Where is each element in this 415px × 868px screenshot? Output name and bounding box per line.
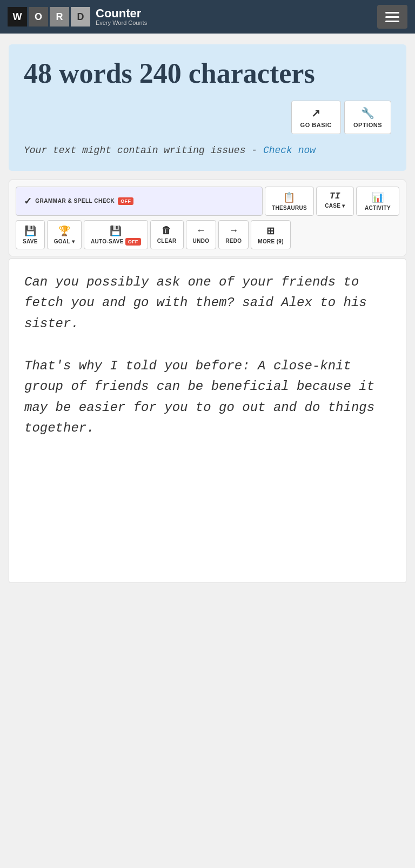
writing-issues-label: Your text might contain writing issues - (24, 145, 257, 156)
editor-paragraph-1[interactable]: Can you possibly ask one of your friends… (24, 272, 391, 334)
clear-icon: 🗑 (162, 225, 171, 236)
auto-save-off-badge: OFF (125, 238, 141, 246)
go-basic-label: GO BASIC (300, 122, 332, 128)
clear-button[interactable]: 🗑 CLEAR (150, 220, 184, 249)
options-button[interactable]: 🔧 OPTIONS (344, 101, 391, 134)
thesaurus-button[interactable]: 📋 THESAURUS (265, 187, 314, 216)
more-icon: ⊞ (266, 225, 275, 237)
header: W O R D Counter Every Word Counts (0, 0, 415, 34)
toolbar-row-1: ✓ GRAMMAR & SPELL CHECK OFF 📋 THESAURUS … (16, 187, 399, 216)
stats-card: 48 words 240 characters ↗︎ GO BASIC 🔧 OP… (9, 44, 406, 171)
thesaurus-label: THESAURUS (272, 205, 307, 211)
case-button[interactable]: TI CASE ▾ (316, 187, 354, 216)
logo-title: Counter (96, 8, 147, 19)
auto-save-label: AUTO-SAVE OFF (91, 238, 141, 244)
case-chevron: ▾ (342, 203, 345, 209)
save-label: SAVE (23, 238, 38, 244)
more-label: MORE (9) (258, 238, 283, 244)
save-icon: 💾 (24, 225, 36, 237)
logo-r: R (50, 7, 69, 26)
hamburger-button[interactable] (377, 5, 407, 29)
undo-label: UNDO (193, 238, 210, 244)
activity-label: ACTIVITY (365, 205, 391, 211)
activity-button[interactable]: 📊 ACTIVITY (356, 187, 399, 216)
undo-icon: ← (196, 225, 206, 236)
toolbar-row-2: 💾 SAVE 🏆 GOAL ▾ 💾 AUTO-SAVE OFF 🗑 CLEAR … (16, 220, 399, 249)
goal-label: GOAL ▾ (54, 238, 75, 244)
more-button[interactable]: ⊞ MORE (9) (251, 220, 290, 249)
save-button[interactable]: 💾 SAVE (16, 220, 45, 249)
case-icon: TI (330, 191, 340, 201)
toolbar-card: ✓ GRAMMAR & SPELL CHECK OFF 📋 THESAURUS … (9, 180, 406, 256)
thesaurus-icon: 📋 (283, 191, 295, 203)
hamburger-line-2 (385, 16, 399, 18)
redo-label: REDO (225, 238, 242, 244)
redo-button[interactable]: → REDO (218, 220, 249, 249)
logo-subtitle: Every Word Counts (96, 19, 147, 26)
goal-button[interactable]: 🏆 GOAL ▾ (47, 220, 82, 249)
activity-icon: 📊 (372, 191, 384, 203)
grammar-off-badge: OFF (118, 197, 133, 205)
grammar-spell-check-button[interactable]: ✓ GRAMMAR & SPELL CHECK OFF (16, 187, 263, 216)
clear-label: CLEAR (157, 238, 177, 244)
goal-chevron: ▾ (72, 238, 75, 244)
goal-icon: 🏆 (58, 225, 70, 237)
options-label: OPTIONS (353, 122, 382, 128)
logo-w: W (8, 7, 27, 26)
editor-text[interactable]: Can you possibly ask one of your friends… (24, 272, 391, 439)
grammar-icon: ✓ (24, 195, 32, 207)
logo-d: D (71, 7, 90, 26)
hamburger-line-1 (385, 12, 399, 14)
stats-heading: 48 words 240 characters (24, 57, 391, 90)
editor-paragraph-2[interactable]: That's why I told you before: A close-kn… (24, 356, 391, 439)
auto-save-button[interactable]: 💾 AUTO-SAVE OFF (84, 220, 148, 249)
logo-text: Counter Every Word Counts (96, 8, 147, 26)
go-basic-icon: ↗︎ (311, 107, 321, 120)
hamburger-line-3 (385, 21, 399, 22)
redo-icon: → (229, 225, 238, 236)
editor-card[interactable]: Can you possibly ask one of your friends… (9, 259, 406, 583)
undo-button[interactable]: ← UNDO (186, 220, 217, 249)
options-icon: 🔧 (361, 107, 375, 120)
logo-letters: W O R D (8, 7, 90, 26)
logo-o: O (29, 7, 48, 26)
auto-save-icon: 💾 (110, 225, 122, 237)
stats-buttons: ↗︎ GO BASIC 🔧 OPTIONS (24, 101, 391, 134)
main-content: 48 words 240 characters ↗︎ GO BASIC 🔧 OP… (0, 34, 415, 594)
case-label: CASE ▾ (325, 203, 345, 209)
grammar-label: GRAMMAR & SPELL CHECK (35, 198, 115, 204)
writing-issues-text: Your text might contain writing issues -… (24, 145, 391, 156)
logo: W O R D Counter Every Word Counts (8, 7, 147, 26)
check-now-link[interactable]: Check now (263, 145, 316, 156)
go-basic-button[interactable]: ↗︎ GO BASIC (291, 101, 341, 134)
